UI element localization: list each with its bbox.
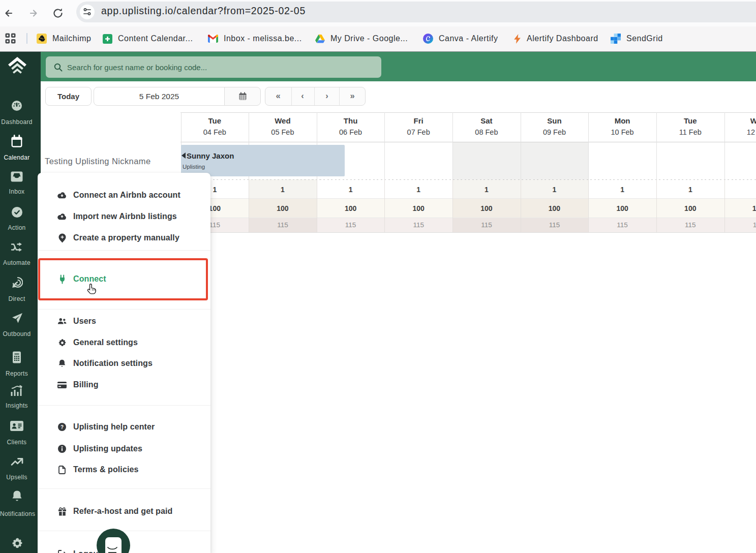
- svg-text:?: ?: [61, 424, 64, 430]
